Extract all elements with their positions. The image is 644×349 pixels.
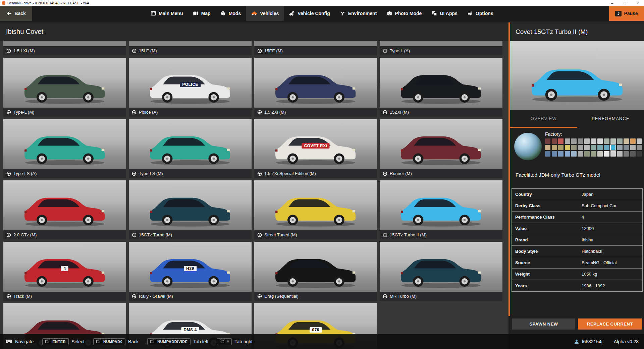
color-swatch[interactable]	[604, 138, 609, 144]
color-swatch[interactable]	[571, 145, 577, 150]
color-swatch[interactable]	[630, 145, 636, 150]
vehicle-card[interactable]: Street Tuned (M)	[254, 180, 377, 239]
color-swatch[interactable]	[624, 145, 629, 150]
color-swatch[interactable]	[558, 138, 564, 144]
color-swatch[interactable]	[558, 145, 564, 150]
color-swatch[interactable]	[637, 145, 642, 150]
vehicle-card[interactable]: COVET RXi 1.5 ZXi Special Edition (M)	[254, 119, 377, 178]
pause-button[interactable]: J Pause	[609, 6, 644, 21]
color-swatch[interactable]	[571, 151, 577, 157]
color-swatch[interactable]	[584, 151, 590, 157]
color-swatch[interactable]	[637, 151, 642, 157]
vehicle-card[interactable]: 1.5 LXi (M)	[3, 41, 126, 55]
color-swatch[interactable]	[545, 151, 550, 157]
color-swatch[interactable]	[591, 138, 596, 144]
nav-item-map[interactable]: Map	[188, 6, 216, 21]
color-swatch[interactable]	[617, 151, 623, 157]
vehicle-caption: 15EE (M)	[254, 46, 377, 55]
nav-item-ui-apps[interactable]: UI Apps	[427, 6, 462, 21]
color-swatch[interactable]	[597, 145, 603, 150]
vehicle-caption: 1.5 LXi (M)	[3, 46, 126, 55]
car-image	[15, 128, 114, 168]
key-badge: NUMPAD0	[93, 338, 125, 345]
close-button[interactable]: ×	[631, 0, 644, 6]
vehicle-card[interactable]: Type-L (A)	[380, 41, 502, 55]
vehicle-card[interactable]: 1.5 ZXi (M)	[254, 58, 377, 117]
vehicle-label: Street Tuned (M)	[264, 232, 297, 237]
color-swatch[interactable]	[617, 145, 623, 150]
color-swatch[interactable]	[552, 138, 557, 144]
color-swatch[interactable]	[578, 151, 583, 157]
vehicle-thumbnail: H29	[129, 242, 252, 292]
vehicle-card[interactable]: 15ZXi (M)	[380, 58, 502, 117]
nav-item-vehicle-config[interactable]: Vehicle Config	[284, 6, 335, 21]
color-swatch[interactable]	[630, 138, 636, 144]
window-title: BeamNG.drive - 0.28.0.0.14948 - RELEASE …	[7, 1, 89, 5]
color-swatch[interactable]	[565, 151, 570, 157]
vehicle-card[interactable]: Drag (Sequential)	[254, 242, 377, 301]
vehicle-card[interactable]: MR Turbo (M)	[380, 242, 502, 301]
nav-label: Environment	[348, 11, 377, 16]
color-swatch[interactable]	[624, 138, 629, 144]
color-swatch[interactable]	[610, 138, 616, 144]
vehicle-caption: 15GTz Turbo II (M)	[380, 230, 502, 239]
color-swatch[interactable]	[584, 145, 590, 150]
color-swatch[interactable]	[545, 145, 550, 150]
vehicle-card[interactable]: 4 Track (M)	[3, 242, 126, 301]
vehicle-label: 1.5 ZXi Special Edition (M)	[264, 171, 316, 176]
color-swatch[interactable]	[637, 138, 642, 144]
vehicle-card[interactable]: 15GTz Turbo II (M)	[380, 180, 502, 239]
vehicle-label: Police (A)	[139, 110, 158, 115]
maximize-button[interactable]: □	[619, 0, 631, 6]
color-swatch[interactable]	[610, 145, 616, 150]
nav-item-vehicles[interactable]: Vehicles	[246, 6, 284, 21]
color-swatch[interactable]	[578, 138, 583, 144]
vehicle-card[interactable]: Type-L (M)	[3, 58, 126, 117]
color-swatch[interactable]	[610, 151, 616, 157]
vehicle-card[interactable]: Runner (M)	[380, 119, 502, 178]
vehicle-card[interactable]: POLICE Police (A)	[129, 58, 252, 117]
nav-item-environment[interactable]: Environment	[335, 6, 382, 21]
vehicle-card[interactable]: 15GTz Turbo (M)	[129, 180, 252, 239]
color-swatch[interactable]	[552, 145, 557, 150]
color-swatch[interactable]	[545, 138, 550, 144]
replace-current-button[interactable]: REPLACE CURRENT	[578, 318, 642, 330]
spec-row: BrandIbishu	[512, 234, 642, 246]
color-swatch[interactable]	[578, 145, 583, 150]
color-swatch[interactable]	[591, 145, 596, 150]
color-swatch[interactable]	[624, 151, 629, 157]
vehicle-caption: Type-L (M)	[3, 108, 126, 117]
steering-wheel-icon	[132, 294, 137, 299]
back-button[interactable]: Back	[0, 6, 32, 21]
color-swatch[interactable]	[565, 145, 570, 150]
nav-item-photo-mode[interactable]: Photo Mode	[382, 6, 427, 21]
tab-performance[interactable]: PERFORMANCE	[577, 110, 644, 128]
vehicle-card[interactable]: 15EE (M)	[254, 41, 377, 55]
tab-overview[interactable]: OVERVIEW	[510, 110, 577, 128]
color-swatch[interactable]	[552, 151, 557, 157]
spawn-new-button[interactable]: SPAWN NEW	[512, 318, 575, 330]
nav-item-main-menu[interactable]: Main Menu	[146, 6, 188, 21]
color-swatch[interactable]	[591, 151, 596, 157]
color-swatch[interactable]	[604, 145, 609, 150]
color-swatch[interactable]	[558, 151, 564, 157]
nav-item-mods[interactable]: Mods	[216, 6, 246, 21]
spec-value: Hatchback	[582, 249, 602, 254]
color-swatch[interactable]	[597, 138, 603, 144]
spec-row: CountryJapan	[512, 189, 642, 200]
color-swatch[interactable]	[597, 151, 603, 157]
color-swatch[interactable]	[584, 138, 590, 144]
color-swatch[interactable]	[565, 138, 570, 144]
color-swatch[interactable]	[617, 138, 623, 144]
vehicle-card[interactable]: Type-LS (M)	[129, 119, 252, 178]
nav-item-options[interactable]: Options	[463, 6, 498, 21]
color-swatch[interactable]	[604, 151, 609, 157]
vehicle-card[interactable]: Type-LS (A)	[3, 119, 126, 178]
color-swatch[interactable]	[571, 138, 577, 144]
vehicle-card[interactable]: 15LE (M)	[129, 41, 252, 55]
vehicle-card[interactable]: 2.0 GTz (M)	[3, 180, 126, 239]
vehicle-card[interactable]: H29 Rally - Gravel (M)	[129, 242, 252, 301]
minimize-button[interactable]: –	[606, 0, 619, 6]
color-swatch[interactable]	[630, 151, 636, 157]
nav-label: UI Apps	[440, 11, 457, 16]
